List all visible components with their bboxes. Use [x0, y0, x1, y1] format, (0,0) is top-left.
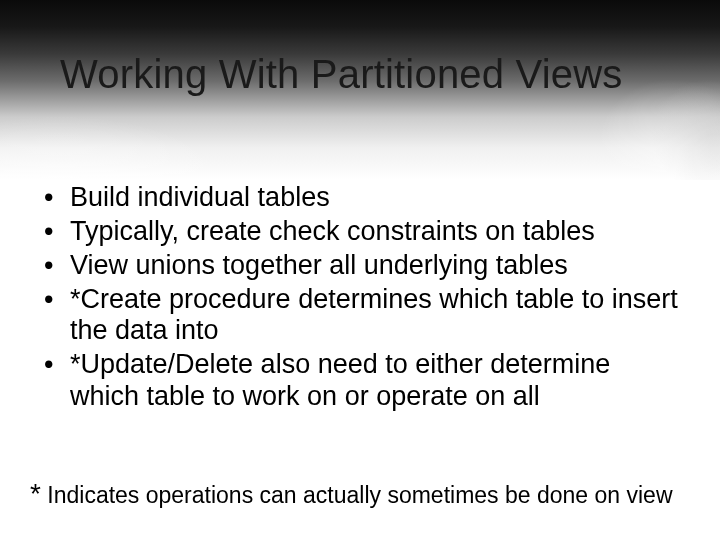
bullet-list: Build individual tables Typically, creat… — [30, 182, 682, 413]
slide-body: Build individual tables Typically, creat… — [30, 182, 682, 415]
footnote-text: Indicates operations can actually someti… — [41, 482, 673, 508]
slide-title: Working With Partitioned Views — [60, 52, 680, 97]
slide: Working With Partitioned Views Build ind… — [0, 0, 720, 540]
footnote: * Indicates operations can actually some… — [30, 478, 682, 510]
footnote-marker: * — [30, 478, 41, 509]
list-item: View unions together all underlying tabl… — [64, 250, 682, 282]
list-item: Typically, create check constraints on t… — [64, 216, 682, 248]
list-item: Build individual tables — [64, 182, 682, 214]
list-item: *Update/Delete also need to either deter… — [64, 349, 682, 413]
list-item: *Create procedure determines which table… — [64, 284, 682, 348]
